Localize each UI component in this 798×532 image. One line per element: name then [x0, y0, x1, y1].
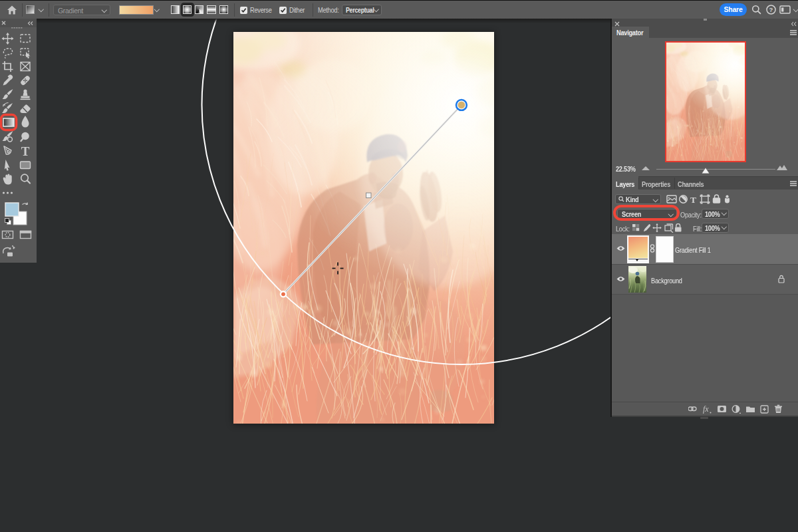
svg-text:?: ?	[769, 6, 773, 13]
svg-text:T: T	[690, 195, 696, 205]
svg-text:T: T	[21, 144, 30, 158]
svg-text:fx: fx	[703, 404, 709, 414]
